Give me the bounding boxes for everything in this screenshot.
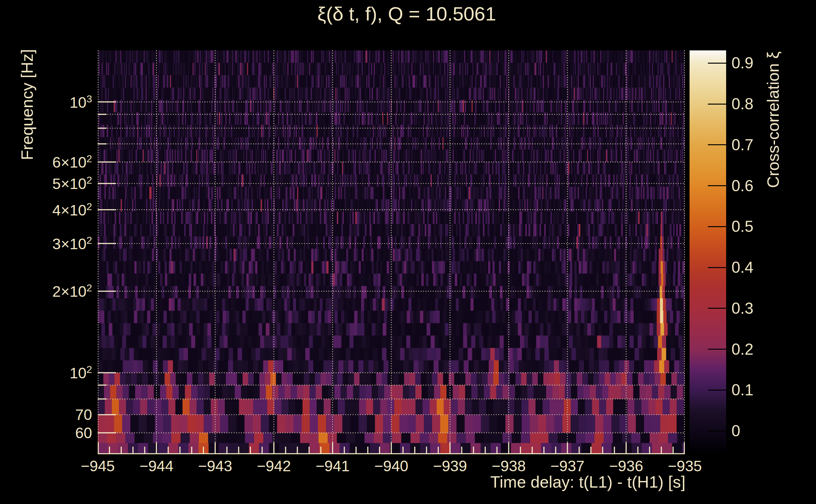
x-axis-title: Time delay: t(L1) - t(H1) [s] [490, 473, 686, 491]
x-tick-label: −935 [668, 457, 702, 475]
colorbar-tick [708, 390, 726, 391]
y-tick-label: 60 [75, 424, 92, 441]
colorbar-tick-label: 0.1 [732, 381, 754, 399]
colorbar-tick [708, 431, 726, 432]
colorbar-tick-label: 0.7 [732, 136, 754, 154]
colorbar-tick-label: 0.2 [732, 340, 754, 358]
colorbar-tick-label: 0.5 [732, 217, 754, 236]
colorbar-tick [708, 104, 726, 105]
colorbar-gradient [690, 50, 726, 453]
colorbar-title: Cross-correlation ξ [764, 51, 783, 188]
spectrogram-page: ξ(δ t, f), Q = 10.5061 Frequency [Hz] 10… [0, 0, 816, 504]
colorbar-tick-label: 0 [732, 422, 740, 440]
x-tick-label: −944 [139, 457, 173, 475]
y-tick-label: 103 [70, 93, 92, 111]
y-tick-label: 70 [75, 406, 92, 423]
x-tick-label: −940 [374, 457, 408, 475]
y-tick-label: 4×102 [52, 201, 92, 219]
colorbar-tick [708, 267, 726, 268]
colorbar-tick [708, 226, 726, 227]
colorbar-tick-label: 0.4 [732, 258, 754, 277]
y-tick-label: 6×102 [52, 153, 92, 171]
x-tick-label: −938 [491, 457, 526, 475]
x-tick-label: −942 [257, 457, 291, 475]
x-tick-label: −939 [433, 457, 467, 475]
colorbar-tick [708, 185, 726, 186]
page-title: ξ(δ t, f), Q = 10.5061 [317, 3, 496, 25]
colorbar-tick [708, 144, 726, 145]
x-tick-label: −937 [550, 457, 584, 475]
colorbar-tick [708, 349, 726, 350]
y-tick-label: 102 [70, 364, 92, 382]
colorbar-tick-label: 0.6 [732, 177, 754, 195]
heatmap-canvas [98, 50, 685, 454]
x-tick-label: −941 [316, 457, 350, 475]
colorbar-tick-label: 0.8 [732, 95, 754, 113]
y-axis-title: Frequency [Hz] [18, 49, 37, 160]
y-tick-label: 5×102 [52, 175, 92, 192]
colorbar-tick [708, 308, 726, 309]
x-tick-label: −936 [609, 457, 643, 475]
colorbar-tick [708, 63, 726, 64]
y-tick-label: 2×102 [52, 282, 92, 300]
x-tick-label: −943 [198, 457, 232, 475]
y-tick-label: 3×102 [52, 235, 92, 253]
x-tick-label: −945 [81, 457, 115, 475]
colorbar-tick-label: 0.3 [732, 299, 754, 318]
colorbar-tick-label: 0.9 [732, 54, 754, 72]
